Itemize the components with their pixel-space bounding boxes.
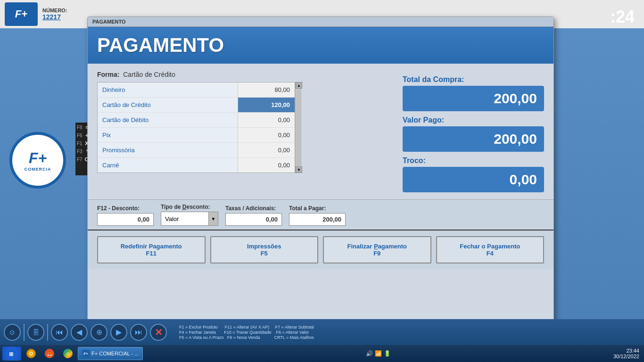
taskbar-add-btn[interactable]: ⊕: [91, 324, 107, 341]
payment-modal: PAGAMENTO PAGAMENTO Forma: Cartão de Cré…: [87, 16, 554, 323]
shortcut-line-3: F5 = A Vista ou A Prazo F9 = Nova Venda …: [179, 335, 314, 340]
shortcut-f3: F3 *: [77, 149, 88, 154]
taskbar-shortcuts-panel: F1 = Excluir Produto F11 = Alterar (AV X…: [179, 325, 314, 340]
payment-value-cartao-credito: 120,00: [238, 98, 295, 112]
taskbar-ff-icon[interactable]: 🦊: [41, 347, 58, 360]
fplus-circle: F+ COMERCIA: [9, 132, 66, 189]
total-compra-section: Total da Compra: 200,00: [403, 75, 544, 111]
total-compra-label: Total da Compra:: [403, 75, 544, 84]
desconto-input[interactable]: [97, 213, 154, 226]
payment-row-pix[interactable]: Pix 0,00: [98, 128, 295, 143]
payment-table: Dinheiro 80,00 Cartão de Crédito 120,00 …: [97, 82, 295, 173]
fechar-payment-button[interactable]: Fechar o PagamentoF4: [436, 236, 545, 263]
troco-value: 0,00: [510, 172, 537, 187]
valor-pago-value: 200,00: [494, 131, 537, 147]
volume-icon[interactable]: 🔊: [366, 350, 373, 357]
shortcut-f8: F8 =: [77, 125, 88, 130]
modal-header: PAGAMENTO: [88, 27, 553, 64]
payment-value-pix: 0,00: [238, 128, 295, 142]
troco-box: 0,00: [403, 167, 544, 192]
payment-left-panel: Forma: Cartão de Crédito Dinheiro 80,00 …: [97, 71, 393, 192]
app-logo: F+: [5, 2, 38, 26]
windows-taskbar: ⊞ O 🦊 ⊙ F+ F+ COMERCIAL - ... 🔊 📶 🔋 23:4…: [0, 345, 644, 362]
tipo-desconto-select-wrapper[interactable]: Valor Percentual ▼: [161, 212, 218, 226]
finalizar-payment-button[interactable]: Finalizar PagamentoF9: [323, 236, 431, 263]
tipo-desconto-field-group: Tipo de Desconto: Valor Percentual ▼: [161, 204, 218, 226]
modal-titlebar: PAGAMENTO: [88, 17, 553, 27]
impressoes-button[interactable]: ImpressõesF5: [210, 236, 319, 263]
fplus-taskbar-button[interactable]: F+ F+ COMERCIAL - ...: [78, 347, 143, 360]
payment-value-carne: 0,00: [238, 158, 295, 173]
taxas-field-group: Taxas / Adicionais:: [225, 205, 282, 226]
taxas-label: Taxas / Adicionais:: [225, 205, 282, 212]
shortcut-line-1: F1 = Excluir Produto F11 = Alterar (AV X…: [179, 325, 314, 329]
valor-pago-label: Valor Pago:: [403, 116, 544, 124]
scroll-down-button[interactable]: ▼: [296, 166, 302, 173]
tipo-desconto-label: Tipo de Desconto:: [161, 204, 218, 210]
payment-name-cartao-credito: Cartão de Crédito: [98, 98, 238, 112]
shortcut-line-2: F4 = Fechar Janela F10 = Travar Quantida…: [179, 330, 314, 335]
payment-value-dinheiro: 80,00: [238, 82, 295, 97]
select-arrow-icon[interactable]: ▼: [208, 212, 218, 225]
fplus-taskbar-label: F+ COMERCIAL - ...: [91, 351, 139, 356]
sys-tray: 🔊 📶 🔋: [366, 350, 391, 357]
payment-row-carne[interactable]: Carnê 0,00: [98, 158, 295, 173]
taskbar-first-btn[interactable]: ⏮: [51, 324, 68, 341]
total-pagar-label: Total a Pagar:: [289, 205, 346, 212]
payment-name-dinheiro: Dinheiro: [98, 82, 238, 97]
total-pagar-input[interactable]: [289, 213, 346, 226]
payment-list-container: Dinheiro 80,00 Cartão de Crédito 120,00 …: [97, 82, 393, 173]
taskbar-last-btn[interactable]: ⏭: [130, 324, 147, 341]
valor-pago-section: Valor Pago: 200,00: [403, 116, 544, 152]
payment-methods-list: Dinheiro 80,00 Cartão de Crédito 120,00 …: [98, 82, 295, 173]
battery-icon[interactable]: 🔋: [384, 350, 391, 357]
win-time: 23:44: [613, 348, 639, 354]
taskbar-db-icon[interactable]: 🗄: [27, 324, 44, 341]
forma-value: Cartão de Crédito: [123, 71, 175, 78]
bottom-fields: F12 - Desconto: Tipo de Desconto: Valor …: [88, 199, 553, 230]
payment-right-panel: Total da Compra: 200,00 Valor Pago: 200,…: [403, 71, 544, 192]
taskbar-close-btn[interactable]: ✕: [150, 324, 167, 341]
payment-row-cartao-debito[interactable]: Cartão de Débito 0,00: [98, 113, 295, 128]
payment-row-promissoria[interactable]: Promissória 0,00: [98, 143, 295, 158]
taskbar-chrome-icon[interactable]: ⊙: [59, 347, 76, 360]
redefinir-payment-button[interactable]: Redefinir PagamentoF11: [97, 236, 206, 263]
fplus-logo: F+: [29, 149, 47, 167]
payment-row-dinheiro[interactable]: Dinheiro 80,00: [98, 82, 295, 98]
taskbar-next-btn[interactable]: ▶: [110, 324, 127, 341]
total-compra-box: 200,00: [403, 86, 544, 111]
payment-name-promissoria: Promissória: [98, 143, 238, 157]
payment-name-pix: Pix: [98, 128, 238, 142]
modal-title: PAGAMENTO: [97, 34, 224, 57]
taxas-input[interactable]: [225, 213, 282, 226]
desconto-label: F12 - Desconto:: [97, 205, 154, 212]
payment-name-carne: Carnê: [98, 158, 238, 173]
start-button[interactable]: ⊞: [2, 346, 21, 361]
tipo-desconto-select[interactable]: Valor Percentual: [161, 213, 208, 225]
payment-value-cartao-debito: 0,00: [238, 113, 295, 127]
modal-body: Forma: Cartão de Crédito Dinheiro 80,00 …: [88, 64, 553, 199]
taskbar-disc-icon[interactable]: ⊙: [4, 324, 21, 341]
scrollbar-track[interactable]: ▲ ▼: [295, 82, 302, 173]
shortcut-f1: F1 X: [77, 141, 88, 146]
scroll-up-button[interactable]: ▲: [296, 82, 302, 89]
total-pagar-field-group: Total a Pagar:: [289, 205, 346, 226]
taskbar-ie-icon[interactable]: O: [23, 347, 40, 360]
svg-text:⊞: ⊞: [9, 351, 13, 357]
scrollbar-thumb[interactable]: [296, 89, 301, 166]
taskbar-sep1: [24, 324, 25, 341]
app-taskbar: ⊙ 🗄 ⏮ ◀ ⊕ ▶ ⏭ ✕ F1 = Excluir Produto F11…: [0, 319, 644, 345]
desconto-field-group: F12 - Desconto:: [97, 205, 154, 226]
troco-section: Troco: 0,00: [403, 156, 544, 192]
comercial-label: COMERCIA: [25, 167, 51, 172]
shortcut-f6: F6 +: [77, 133, 88, 138]
network-icon[interactable]: 📶: [375, 350, 382, 357]
payment-value-promissoria: 0,00: [238, 143, 295, 157]
payment-name-cartao-debito: Cartão de Débito: [98, 113, 238, 127]
payment-row-cartao-credito[interactable]: Cartão de Crédito 120,00: [98, 98, 295, 113]
taskbar-sep2: [47, 324, 48, 341]
forma-label: Forma: Cartão de Crédito: [97, 71, 393, 78]
taskbar-prev-btn[interactable]: ◀: [71, 324, 88, 341]
win-date: 30/12/2022: [613, 354, 639, 359]
time-display: :24: [610, 7, 635, 27]
